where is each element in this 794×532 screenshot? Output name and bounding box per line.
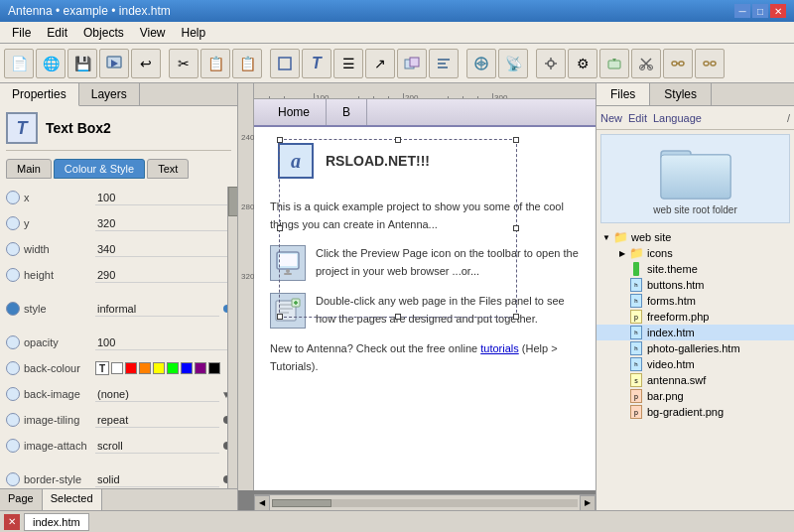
x-value[interactable]: 100 — [95, 191, 231, 205]
toolbar-open[interactable]: 🌐 — [36, 49, 66, 78]
subtab-text[interactable]: Text — [147, 159, 189, 179]
canvas-area[interactable]: Home B a RSLOAD.NET!!! This is a quick e… — [254, 99, 596, 490]
ruler-tick-300: 300 — [492, 93, 507, 99]
tree-item-icons[interactable]: ▶ 📁 icons — [596, 245, 794, 261]
swatch-red[interactable] — [125, 362, 137, 374]
toolbar-chain[interactable] — [663, 49, 693, 78]
image-attach-value[interactable]: scroll — [95, 439, 219, 454]
status-file-tab[interactable]: index.htm — [24, 513, 89, 531]
toolbar-unchain[interactable] — [695, 49, 725, 78]
subtab-main[interactable]: Main — [6, 159, 52, 179]
scroll-right-btn[interactable]: ▶ — [580, 495, 596, 511]
menu-help[interactable]: Help — [174, 24, 214, 42]
svg-rect-41 — [661, 155, 730, 199]
toolbar-copy[interactable]: 📋 — [200, 49, 230, 78]
toolbar-new[interactable]: 📄 — [4, 49, 34, 78]
menu-objects[interactable]: Objects — [75, 24, 132, 42]
nav-item2[interactable]: B — [327, 99, 367, 125]
y-value[interactable]: 320 — [95, 216, 231, 231]
toolbar-cursor[interactable]: ↗ — [365, 49, 395, 78]
tab-properties[interactable]: Properties — [0, 83, 79, 106]
expand-icons[interactable]: ▶ — [616, 247, 628, 259]
bottom-tab-selected[interactable]: Selected — [43, 489, 102, 510]
tree-item-freeform[interactable]: p freeform.php — [596, 309, 794, 325]
tree-item-buttons[interactable]: h buttons.htm — [596, 277, 794, 293]
right-new-btn[interactable]: New — [600, 112, 622, 124]
svg-rect-2 — [279, 58, 291, 69]
tree-item-index[interactable]: h index.htm — [596, 325, 794, 340]
maximize-button[interactable]: □ — [752, 4, 768, 18]
opacity-value[interactable]: 100 — [95, 335, 231, 350]
scroll-thumb[interactable] — [272, 499, 331, 507]
minimize-button[interactable]: ─ — [734, 4, 750, 18]
menu-view[interactable]: View — [132, 24, 174, 42]
right-language-btn[interactable]: Language — [653, 112, 702, 124]
scroll-track[interactable] — [272, 499, 578, 507]
toolbar-save[interactable]: 💾 — [67, 49, 97, 78]
tab-layers[interactable]: Layers — [79, 83, 140, 105]
border-style-value[interactable]: solid — [95, 472, 219, 487]
swatch-green[interactable] — [167, 362, 179, 374]
swatch-black[interactable] — [208, 362, 220, 374]
toolbar-group[interactable] — [397, 49, 427, 78]
right-tab-styles[interactable]: Styles — [650, 83, 712, 105]
expand-website[interactable]: ▼ — [600, 231, 612, 243]
tree-item-website[interactable]: ▼ 📁 web site — [596, 229, 794, 245]
toolbar-paste[interactable]: 📋 — [232, 49, 262, 78]
back-image-indicator — [6, 387, 20, 401]
tree-item-video[interactable]: h video.htm — [596, 356, 794, 372]
tree-item-photo[interactable]: h photo-galleries.htm — [596, 340, 794, 356]
swatch-yellow[interactable] — [153, 362, 165, 374]
right-tab-files[interactable]: Files — [596, 83, 650, 105]
toolbar-align[interactable] — [429, 49, 459, 78]
canvas-section-icon-3 — [270, 293, 306, 329]
close-button[interactable]: ✕ — [770, 4, 786, 18]
toolbar-table[interactable]: ☰ — [333, 49, 363, 78]
toolbar-undo[interactable]: ↩ — [131, 49, 161, 78]
swatch-transparent[interactable]: T — [95, 361, 109, 375]
toolbar-settings2[interactable]: ⚙ — [568, 49, 597, 78]
svg-rect-25 — [704, 62, 709, 66]
tree-item-antenna[interactable]: s antenna.swf — [596, 372, 794, 388]
prop-scrollbar[interactable] — [227, 187, 237, 488]
toolbar-settings1[interactable] — [536, 49, 566, 78]
nav-home[interactable]: Home — [262, 99, 327, 125]
swatch-white[interactable] — [111, 362, 123, 374]
toolbar-cut[interactable]: ✂ — [169, 49, 198, 78]
html-icon-video: h — [630, 357, 642, 371]
canvas-tutorials-link[interactable]: tutorials — [480, 342, 519, 354]
menu-edit[interactable]: Edit — [39, 24, 75, 42]
prop-scroll-thumb[interactable] — [228, 187, 237, 216]
tree-item-forms[interactable]: h forms.htm — [596, 293, 794, 309]
height-value[interactable]: 290 — [95, 268, 231, 283]
canvas-para4: New to Antenna? Check out the free onlin… — [270, 340, 580, 375]
icons-label: icons — [647, 247, 673, 259]
menu-file[interactable]: File — [4, 24, 39, 42]
toolbar-text[interactable]: T — [302, 49, 331, 78]
tree-item-site-theme[interactable]: site.theme — [596, 261, 794, 277]
toolbar-draw[interactable] — [270, 49, 300, 78]
width-value[interactable]: 340 — [95, 242, 231, 257]
antenna-icon: s — [628, 373, 644, 387]
tree-item-bar[interactable]: p bar.png — [596, 388, 794, 404]
bottom-tab-page[interactable]: Page — [0, 489, 43, 510]
back-image-value[interactable]: (none) — [95, 387, 219, 402]
swatch-orange[interactable] — [139, 362, 151, 374]
scroll-left-btn[interactable]: ◀ — [254, 495, 270, 511]
swatch-blue[interactable] — [181, 362, 193, 374]
image-tiling-value[interactable]: repeat — [95, 413, 219, 428]
photo-label: photo-galleries.htm — [647, 342, 740, 354]
toolbar-scissors[interactable] — [631, 49, 661, 78]
swatch-purple[interactable] — [195, 362, 206, 374]
toolbar-settings3[interactable] — [599, 49, 629, 78]
status-cross-btn[interactable]: ✕ — [4, 514, 20, 530]
tree-item-bg[interactable]: p bg-gradient.png — [596, 404, 794, 420]
subtab-colour-style[interactable]: Colour & Style — [54, 159, 145, 179]
prop-icon: T — [6, 112, 38, 144]
toolbar-preview[interactable] — [99, 49, 129, 78]
toolbar-publish[interactable] — [466, 49, 496, 78]
svg-rect-29 — [279, 254, 297, 266]
toolbar-ftp[interactable]: 📡 — [498, 49, 528, 78]
style-value[interactable]: informal — [95, 302, 219, 317]
right-edit-btn[interactable]: Edit — [628, 112, 647, 124]
